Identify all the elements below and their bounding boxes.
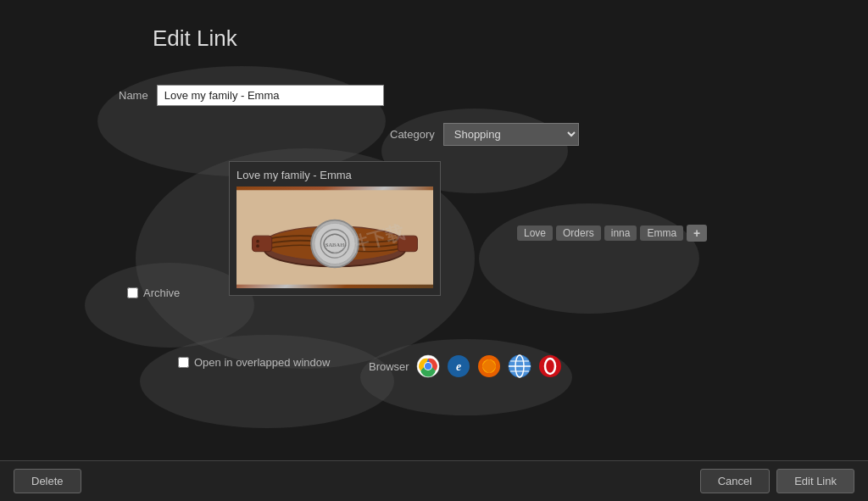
svg-rect-7 bbox=[253, 236, 272, 252]
open-window-checkbox[interactable] bbox=[178, 357, 189, 368]
tag-love[interactable]: Love bbox=[517, 225, 553, 241]
browser-row: Browser e bbox=[369, 354, 562, 378]
tag-orders[interactable]: Orders bbox=[556, 225, 601, 241]
chrome-icon[interactable] bbox=[416, 354, 440, 378]
browser-label: Browser bbox=[369, 360, 409, 373]
open-window-row: Open in overlapped window bbox=[178, 356, 330, 369]
ie-icon[interactable]: e bbox=[447, 354, 470, 378]
svg-rect-10 bbox=[398, 236, 417, 252]
svg-text:e: e bbox=[456, 360, 461, 373]
category-row: Category Shopping Work Personal News Ent… bbox=[390, 123, 579, 146]
tags-row: Love Orders inna Emma + bbox=[517, 225, 707, 242]
preview-card: Love my family - Emma SABAH bbox=[229, 161, 441, 296]
archive-checkbox[interactable] bbox=[127, 287, 138, 298]
tag-inna[interactable]: inna bbox=[604, 225, 637, 241]
svg-point-8 bbox=[256, 240, 259, 243]
category-select[interactable]: Shopping Work Personal News Entertainmen… bbox=[443, 123, 579, 146]
tag-add-button[interactable]: + bbox=[687, 225, 707, 242]
tag-emma[interactable]: Emma bbox=[640, 225, 683, 241]
globe-icon[interactable] bbox=[508, 354, 531, 378]
svg-point-9 bbox=[256, 244, 259, 248]
open-window-label: Open in overlapped window bbox=[194, 356, 330, 369]
cancel-button[interactable]: Cancel bbox=[700, 469, 770, 493]
category-label: Category bbox=[390, 128, 435, 141]
archive-row: Archive bbox=[127, 287, 180, 299]
name-input[interactable] bbox=[157, 85, 384, 106]
preview-image: SABAH bbox=[236, 186, 433, 288]
archive-label: Archive bbox=[143, 287, 180, 299]
edit-link-button[interactable]: Edit Link bbox=[776, 469, 854, 493]
bottom-bar: Delete Cancel Edit Link bbox=[0, 460, 868, 501]
svg-text:SABAH: SABAH bbox=[326, 242, 344, 248]
name-label: Name bbox=[119, 89, 148, 102]
name-row: Name bbox=[119, 85, 384, 106]
svg-point-14 bbox=[425, 363, 431, 370]
preview-card-title: Love my family - Emma bbox=[236, 169, 433, 181]
delete-button[interactable]: Delete bbox=[14, 469, 81, 493]
page-title: Edit Link bbox=[153, 25, 237, 52]
firefox-icon[interactable] bbox=[477, 354, 501, 378]
opera-icon[interactable] bbox=[538, 354, 562, 378]
